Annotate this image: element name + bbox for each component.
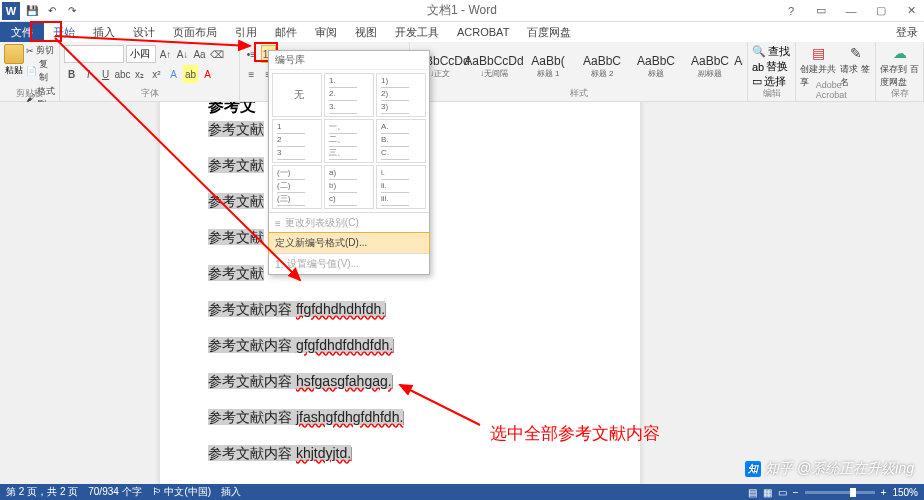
zoom-slider[interactable]	[805, 491, 875, 494]
status-lang[interactable]: 🏳 中文(中国)	[152, 485, 211, 499]
style-item[interactable]: AaBbC标题 2	[576, 44, 628, 88]
doc-reference-line: 参考文献内容 hsfgasgfahgag.	[208, 373, 592, 391]
group-label-baidu: 保存	[891, 87, 909, 100]
view-read-icon[interactable]: ▤	[748, 487, 757, 498]
numdrop-option[interactable]: 1 2 3	[272, 119, 322, 163]
numbering-dropdown: 编号库 无1. 2. 3. 1) 2) 3) 1 2 3 一、 二、 三、 A.…	[268, 50, 430, 275]
group-adobe: ▤创建并共享 ✎请求 签名 Adobe Acrobat	[796, 42, 876, 101]
ribbon-options-icon[interactable]: ▭	[810, 2, 832, 20]
doc-reference-line: 参考文献内容 ffgfdhdhdhfdh.	[208, 301, 592, 319]
word-logo-icon: W	[2, 2, 20, 20]
tab-acrobat[interactable]: ACROBAT	[448, 22, 518, 42]
underline-icon[interactable]: U	[98, 65, 113, 83]
zoom-value[interactable]: 150%	[892, 487, 918, 498]
tab-review[interactable]: 审阅	[306, 22, 346, 42]
qat-undo-icon[interactable]: ↶	[44, 3, 60, 19]
group-editing: 🔍 查找 ab 替换 ▭ 选择 编辑	[748, 42, 796, 101]
style-item[interactable]: AaBbC副标题	[684, 44, 736, 88]
document-area[interactable]: 参考文 参考文献 参考文献 参考文献 参考文献 参考文献 参考文献内容 ffgf…	[0, 102, 924, 484]
numdrop-option[interactable]: i. ii. iii.	[376, 165, 426, 209]
doc-reference-line: 参考文献内容 gfgfdhdfdhdfdh.	[208, 337, 592, 355]
font-family-select[interactable]	[64, 45, 124, 63]
tab-home[interactable]: 开始	[44, 22, 84, 42]
find-button[interactable]: 🔍 查找	[752, 44, 791, 59]
doc-heading: 参考文	[208, 102, 256, 114]
group-label-font: 字体	[141, 87, 159, 100]
zoom-in-icon[interactable]: +	[881, 487, 887, 498]
strike-icon[interactable]: abc	[115, 65, 130, 83]
numdrop-header: 编号库	[269, 51, 429, 70]
align-left-icon[interactable]: ≡	[244, 65, 259, 83]
qat-redo-icon[interactable]: ↷	[64, 3, 80, 19]
login-link[interactable]: 登录	[896, 25, 918, 40]
maximize-icon[interactable]: ▢	[870, 2, 892, 20]
status-words[interactable]: 70/934 个字	[88, 485, 141, 499]
group-label-adobe: Adobe Acrobat	[816, 80, 856, 100]
tab-layout[interactable]: 页面布局	[164, 22, 226, 42]
clear-format-icon[interactable]: ⌫	[209, 45, 224, 63]
doc-partial-3: 参考文献	[208, 193, 264, 209]
doc-reference-line: 参考文献内容 khjtdyjtd.	[208, 445, 592, 463]
numdrop-option[interactable]: (一) (二) (三)	[272, 165, 322, 209]
numdrop-option[interactable]: 1) 2) 3)	[376, 73, 426, 117]
paste-icon	[4, 44, 24, 64]
annotation-text: 选中全部参考文献内容	[490, 422, 660, 445]
baidu-save-button[interactable]: ☁保存到 百度网盘	[880, 44, 919, 89]
minimize-icon[interactable]: —	[840, 2, 862, 20]
window-title: 文档1 - Word	[427, 2, 497, 19]
font-size-select[interactable]: 小四	[126, 45, 156, 63]
bullets-icon[interactable]: •≡	[244, 45, 259, 63]
tab-mailings[interactable]: 邮件	[266, 22, 306, 42]
tab-file[interactable]: 文件	[0, 22, 44, 42]
tab-view[interactable]: 视图	[346, 22, 386, 42]
change-case-icon[interactable]: Aa	[192, 45, 207, 63]
copy-button[interactable]: 📄 复制	[26, 58, 55, 84]
style-item[interactable]: AaBbCcDd↓无间隔	[468, 44, 520, 88]
numdrop-define-new[interactable]: 定义新编号格式(D)...	[268, 232, 430, 254]
numdrop-set-value: 1. 设置编号值(V)...	[269, 253, 429, 274]
cloud-icon: ☁	[891, 44, 909, 62]
help-icon[interactable]: ?	[780, 2, 802, 20]
numdrop-option[interactable]: A. B. C.	[376, 119, 426, 163]
highlight-icon[interactable]: ab	[183, 65, 198, 83]
qat-save-icon[interactable]: 💾	[24, 3, 40, 19]
cut-button[interactable]: ✂ 剪切	[26, 44, 55, 57]
style-item[interactable]: AaBbCcDd不明显强调	[738, 44, 743, 88]
group-label-clipboard: 剪贴板	[16, 87, 43, 100]
replace-button[interactable]: ab 替换	[752, 59, 791, 74]
numdrop-change-level: ≡ 更改列表级别(C)	[269, 212, 429, 233]
numdrop-option[interactable]: 一、 二、 三、	[324, 119, 374, 163]
subscript-icon[interactable]: x₂	[132, 65, 147, 83]
doc-partial-5: 参考文献	[208, 265, 264, 281]
tab-insert[interactable]: 插入	[84, 22, 124, 42]
tab-baidu[interactable]: 百度网盘	[518, 22, 580, 42]
tab-developer[interactable]: 开发工具	[386, 22, 448, 42]
shrink-font-icon[interactable]: A↓	[175, 45, 190, 63]
group-label-styles: 样式	[570, 87, 588, 100]
superscript-icon[interactable]: x²	[149, 65, 164, 83]
status-bar: 第 2 页，共 2 页 70/934 个字 🏳 中文(中国) 插入 ▤ ▦ ▭ …	[0, 484, 924, 500]
text-effect-icon[interactable]: A	[166, 65, 181, 83]
font-color-icon[interactable]: A	[200, 65, 215, 83]
doc-partial-4: 参考文献	[208, 229, 264, 245]
paste-button[interactable]: 粘贴	[4, 44, 24, 111]
numdrop-option[interactable]: 1. 2. 3.	[324, 73, 374, 117]
view-web-icon[interactable]: ▭	[778, 487, 787, 498]
italic-icon[interactable]: I	[81, 65, 96, 83]
view-print-icon[interactable]: ▦	[763, 487, 772, 498]
bold-icon[interactable]: B	[64, 65, 79, 83]
status-mode[interactable]: 插入	[221, 485, 241, 499]
tab-design[interactable]: 设计	[124, 22, 164, 42]
numdrop-none[interactable]: 无	[272, 73, 322, 117]
grow-font-icon[interactable]: A↑	[158, 45, 173, 63]
status-page[interactable]: 第 2 页，共 2 页	[6, 485, 78, 499]
style-item[interactable]: AaBb(标题 1	[522, 44, 574, 88]
style-item[interactable]: AaBbC标题	[630, 44, 682, 88]
doc-partial-1: 参考文献	[208, 121, 264, 137]
zoom-out-icon[interactable]: −	[793, 487, 799, 498]
group-styles: AaBbCcDd↓正文AaBbCcDd↓无间隔AaBb(标题 1AaBbC标题 …	[410, 42, 748, 101]
group-clipboard: 粘贴 ✂ 剪切 📄 复制 🖌 格式刷 剪贴板	[0, 42, 60, 101]
tab-references[interactable]: 引用	[226, 22, 266, 42]
close-icon[interactable]: ✕	[900, 2, 922, 20]
numdrop-option[interactable]: a) b) c)	[324, 165, 374, 209]
